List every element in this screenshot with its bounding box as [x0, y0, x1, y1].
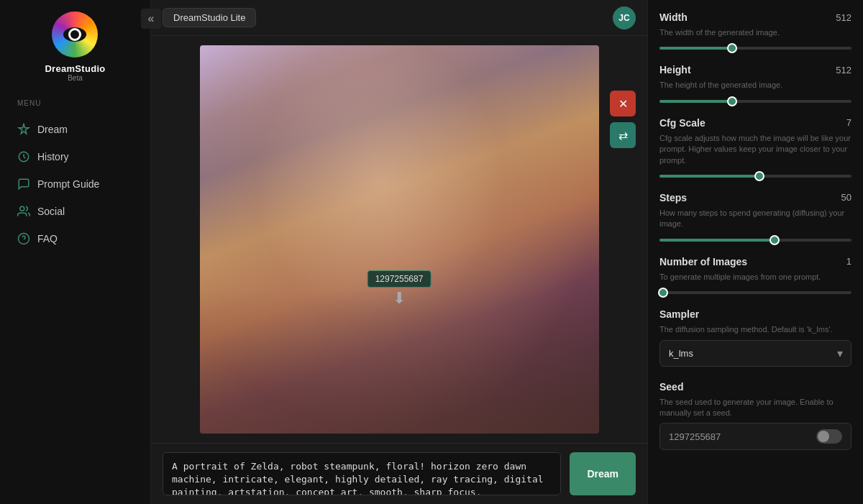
seed-label: Seed: [659, 381, 683, 393]
sidebar-social-label: Social: [37, 206, 65, 217]
sidebar-item-dream[interactable]: Dream: [0, 116, 150, 143]
num-images-param: Number of Images 1 To generate multiple …: [659, 256, 851, 294]
num-images-desc: To generate multiple images from one pro…: [659, 272, 851, 283]
sidebar-item-prompt-guide[interactable]: Prompt Guide: [0, 170, 150, 198]
download-icon[interactable]: ⬇: [393, 289, 406, 308]
image-overlay-buttons: ✕ ⇄: [610, 91, 636, 148]
right-panel: Width 512 The width of the generated ima…: [647, 0, 863, 504]
sampler-select-wrapper: k_lms k_euler k_euler_ancestral k_heun k…: [659, 340, 851, 367]
width-label: Width: [659, 12, 688, 23]
width-value: 512: [836, 12, 851, 23]
chat-icon: [17, 178, 30, 191]
height-label: Height: [659, 64, 691, 75]
app-title-badge: DreamStudio Lite: [163, 8, 256, 27]
steps-param: Steps 50 How many steps to spend generat…: [659, 192, 851, 242]
sparkle-icon: [17, 123, 30, 136]
close-image-button[interactable]: ✕: [610, 91, 636, 116]
steps-value: 50: [841, 192, 851, 203]
sidebar-faq-label: FAQ: [37, 233, 58, 244]
logo-beta: Beta: [68, 74, 83, 82]
seed-toggle-knob: [818, 431, 829, 442]
cfg-scale-desc: Cfg scale adjusts how much the image wil…: [659, 133, 851, 166]
height-slider[interactable]: [659, 100, 851, 103]
height-slider-thumb[interactable]: [727, 96, 737, 106]
expand-image-button[interactable]: ⇄: [610, 122, 636, 148]
logo-title: DreamStudio: [45, 63, 105, 74]
cfg-scale-slider-fill: [659, 175, 759, 178]
sampler-select[interactable]: k_lms k_euler k_euler_ancestral k_heun k…: [659, 340, 851, 367]
top-bar: DreamStudio Lite JC: [151, 0, 647, 36]
logo-container: DreamStudio Beta: [45, 12, 105, 82]
sidebar-item-social[interactable]: Social: [0, 198, 150, 225]
question-icon: [17, 232, 30, 245]
collapse-sidebar-button[interactable]: «: [141, 9, 161, 29]
sidebar-dream-label: Dream: [37, 124, 68, 135]
width-slider-thumb[interactable]: [727, 43, 737, 53]
cfg-scale-slider[interactable]: [659, 175, 851, 178]
sidebar: DreamStudio Beta MENU Dream History Prom…: [0, 0, 151, 504]
cfg-scale-slider-thumb[interactable]: [754, 171, 764, 181]
steps-slider-fill: [659, 239, 775, 242]
seed-param: Seed The seed used to generate your imag…: [659, 381, 851, 451]
people-icon: [17, 205, 30, 218]
seed-desc: The seed used to generate your image. En…: [659, 397, 851, 419]
dream-button[interactable]: Dream: [570, 452, 636, 495]
sidebar-item-history[interactable]: History: [0, 143, 150, 170]
num-images-label: Number of Images: [659, 256, 747, 267]
sidebar-item-faq[interactable]: FAQ: [0, 225, 150, 252]
sampler-param: Sampler The diffusion sampling method. D…: [659, 308, 851, 366]
seed-input[interactable]: [669, 431, 811, 442]
close-icon: ✕: [618, 97, 628, 111]
cfg-scale-label: Cfg Scale: [659, 117, 706, 129]
prompt-bar: Dream: [151, 443, 647, 504]
user-avatar[interactable]: JC: [613, 6, 636, 29]
expand-icon: ⇄: [618, 129, 628, 142]
cfg-scale-param: Cfg Scale 7 Cfg scale adjusts how much t…: [659, 117, 851, 178]
height-value: 512: [836, 65, 851, 75]
num-images-slider[interactable]: [659, 291, 851, 294]
chevron-left-icon: «: [148, 12, 155, 25]
num-images-value: 1: [846, 256, 851, 267]
width-slider-fill: [659, 47, 732, 50]
generated-image: [200, 45, 599, 434]
height-param: Height 512 The height of the generated i…: [659, 64, 851, 102]
logo-icon: [52, 12, 98, 58]
cfg-scale-value: 7: [846, 117, 851, 128]
width-desc: The width of the generated image.: [659, 27, 851, 38]
steps-slider-thumb[interactable]: [770, 235, 780, 245]
steps-slider[interactable]: [659, 239, 851, 242]
height-slider-fill: [659, 100, 732, 103]
sampler-label: Sampler: [659, 308, 699, 320]
svg-point-1: [20, 206, 24, 211]
width-param: Width 512 The width of the generated ima…: [659, 12, 851, 50]
height-desc: The height of the generated image.: [659, 80, 851, 91]
main-content: « DreamStudio Lite JC ✕ ⇄ 1297255687 ⬇: [151, 0, 647, 504]
num-images-slider-thumb[interactable]: [658, 288, 668, 298]
sidebar-nav: Dream History Prompt Guide Social FAQ: [0, 116, 150, 252]
seed-toggle[interactable]: [816, 429, 842, 444]
image-area: ✕ ⇄ 1297255687 ⬇: [151, 36, 647, 443]
sampler-desc: The diffusion sampling method. Default i…: [659, 324, 851, 335]
menu-label: MENU: [0, 99, 150, 107]
eye-icon: [63, 27, 86, 42]
width-slider[interactable]: [659, 47, 851, 50]
steps-desc: How many steps to spend generating (diff…: [659, 208, 851, 230]
seed-input-row: [659, 423, 851, 450]
clock-icon: [17, 150, 30, 163]
sidebar-prompt-guide-label: Prompt Guide: [37, 178, 99, 190]
sidebar-history-label: History: [37, 151, 69, 162]
steps-label: Steps: [659, 192, 687, 203]
prompt-input[interactable]: [163, 452, 561, 495]
